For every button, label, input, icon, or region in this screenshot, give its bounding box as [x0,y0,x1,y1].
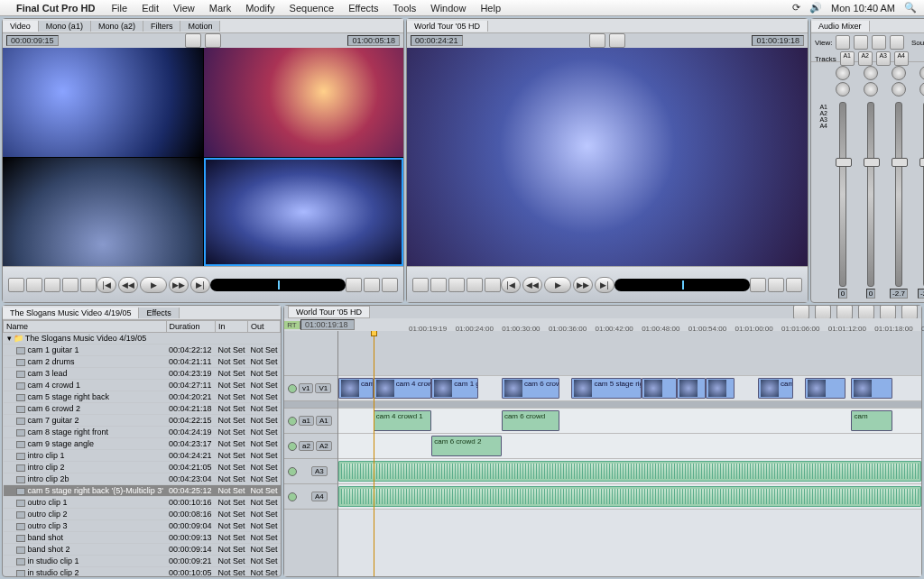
gain-knob[interactable] [864,82,878,96]
track-a4-dest[interactable]: A4 [311,492,328,501]
timeline-track-v1[interactable]: cam 8 scam 4 crowdcam 1 guicam 6 crowdca… [338,376,921,401]
mixer-tab[interactable]: Audio Mixer [811,21,870,32]
mixer-view-4-btn[interactable] [890,35,904,50]
mixer-view-2-btn[interactable] [854,35,868,50]
canvas-go-end-btn[interactable]: ▶| [595,277,614,293]
viewer-mark-out-btn[interactable] [26,278,42,292]
track-header-a2[interactable]: a2 A2 [284,434,337,459]
viewer-go-begin-btn[interactable]: |◀ [97,277,116,293]
browser-clip-row[interactable]: band shot00:00:09:13Not SetNot Set [4,532,281,544]
timeline-tc-current[interactable]: 01:00:19:18 [300,319,355,330]
menu-sequence[interactable]: Sequence [282,3,342,14]
menu-edit[interactable]: Edit [134,3,166,14]
canvas-insert-btn[interactable] [750,278,766,292]
pan-knob[interactable] [864,66,878,80]
timeline-track-a2[interactable]: cam 6 crowd 2 [338,434,921,459]
canvas-marker-btn[interactable] [448,278,465,292]
browser-clip-row[interactable]: cam 9 stage angle00:04:23:17Not SetNot S… [4,438,281,450]
viewer-go-end-btn[interactable]: ▶| [190,277,210,293]
timeline-track-a1[interactable]: cam 4 crowd 1cam 6 crowdcam [338,409,921,434]
timeline-track-a3[interactable] [338,459,921,484]
mixer-view-3-btn[interactable] [872,35,886,50]
browser-tab-effects[interactable]: Effects [139,308,179,318]
track-a2-src[interactable]: a2 [299,441,314,451]
browser-clip-row[interactable]: cam 1 guitar 100:04:22:12Not SetNot Set [4,345,281,356]
track-a1-src[interactable]: a1 [299,416,314,426]
menu-help[interactable]: Help [473,3,508,14]
browser-clip-row[interactable]: outro clip 200:00:08:16Not SetNot Set [4,509,281,520]
fader-handle[interactable] [892,158,908,167]
browser-col-out[interactable]: Out [247,321,280,333]
timeline-video-clip[interactable] [706,378,735,399]
viewer-shuttle[interactable] [210,279,346,291]
timeline-tool-2[interactable] [815,305,831,319]
browser-clip-row[interactable]: cam 4 crowd 100:04:27:11Not SetNot Set [4,380,281,391]
timeline-video-clip[interactable] [642,378,677,399]
fader[interactable] [867,102,874,287]
timeline-audio-clip[interactable]: cam 4 crowd 1 [374,410,432,431]
timeline-video-clip[interactable]: cam 3 l [758,378,793,399]
pan-knob[interactable] [892,66,906,80]
timeline-tab-sequence[interactable]: World Tour '05 HD [288,306,370,318]
fader-handle[interactable] [836,158,852,167]
viewer-overwrite-btn[interactable] [364,278,380,292]
menu-effects[interactable]: Effects [341,3,385,14]
browser-clip-row[interactable]: intro clip 2b00:04:23:04Not SetNot Set [4,473,281,485]
viewer-tc-duration[interactable]: 00:00:09:15 [6,35,59,46]
viewer-tab-filters[interactable]: Filters [143,21,181,32]
timeline-track-a4[interactable] [338,484,921,510]
timeline-playhead[interactable] [374,331,374,576]
fader-handle[interactable] [919,158,924,167]
timeline-tool-4[interactable] [858,305,874,319]
viewer-keyframe-btn[interactable] [62,278,79,292]
timeline-tool-1[interactable] [793,305,809,319]
timeline-rt-indicator[interactable]: RT [284,321,300,329]
canvas-replace-btn[interactable] [786,278,802,292]
gain-knob[interactable] [919,82,924,96]
track-v1-src[interactable]: v1 [299,383,313,393]
canvas-tab-sequence[interactable]: World Tour '05 HD [407,21,488,32]
canvas-zoom-btn[interactable] [589,33,605,48]
viewer-tab-video[interactable]: Video [3,21,39,32]
volume-icon[interactable]: 🔊 [809,2,822,14]
track-v1-dest[interactable]: V1 [315,383,331,393]
canvas-shuttle[interactable] [614,279,750,291]
viewer-mark-in-btn[interactable] [8,278,24,292]
viewer-step-back-btn[interactable]: ◀◀ [118,277,138,293]
track-a2-dest[interactable]: A2 [316,441,332,451]
browser-clip-row[interactable]: cam 6 crowd 200:04:21:18Not SetNot Set [4,403,281,415]
track-a2-audibility-toggle[interactable] [288,442,297,451]
timeline-video-clip[interactable] [677,378,706,399]
sync-icon[interactable]: ⟳ [792,2,800,14]
timeline-tool-3[interactable] [836,305,853,319]
multiclip-angle-4[interactable] [204,158,404,267]
multiclip-angle-1[interactable] [3,48,203,157]
timeline-track-area[interactable]: cam 8 scam 4 crowdcam 1 guicam 6 crowdca… [338,331,921,576]
timeline-audio-waveform-clip[interactable] [338,486,921,507]
browser-clip-row[interactable]: cam 8 stage right front00:04:24:19Not Se… [4,427,281,438]
browser-clip-row[interactable]: outro clip 300:00:09:04Not SetNot Set [4,520,281,532]
browser-clip-row[interactable]: in studio clip 100:00:09:21Not SetNot Se… [4,556,281,567]
canvas-display[interactable] [407,48,808,266]
track-a3-audibility-toggle[interactable] [288,467,297,476]
viewer-tab-mono-a2[interactable]: Mono (a2) [91,21,143,32]
browser-clip-row[interactable]: cam 2 drums00:04:21:11Not SetNot Set [4,356,281,368]
viewer-marker-btn[interactable] [44,278,60,292]
canvas-overwrite-btn[interactable] [768,278,784,292]
viewer-replace-btn[interactable] [382,278,398,292]
mixer-view-1-btn[interactable] [836,35,850,50]
fader[interactable] [839,102,846,287]
viewer-tc-current[interactable]: 01:00:05:18 [347,35,400,46]
timeline-video-clip[interactable] [805,378,845,399]
canvas-go-begin-btn[interactable]: |◀ [501,277,521,293]
track-a4-audibility-toggle[interactable] [288,492,297,501]
viewer-mark-clip-btn[interactable] [80,278,97,292]
timeline-audio-clip[interactable]: cam 6 crowd 2 [431,436,502,456]
menu-tools[interactable]: Tools [386,3,424,14]
fader-handle[interactable] [864,158,880,167]
spotlight-icon[interactable]: 🔍 [904,2,917,14]
browser-clip-row[interactable]: cam 7 guitar 200:04:22:15Not SetNot Set [4,415,281,427]
canvas-tc-current[interactable]: 01:00:19:18 [752,35,804,46]
canvas-view-btn[interactable] [609,33,625,48]
browser-col-name[interactable]: Name [4,321,167,333]
